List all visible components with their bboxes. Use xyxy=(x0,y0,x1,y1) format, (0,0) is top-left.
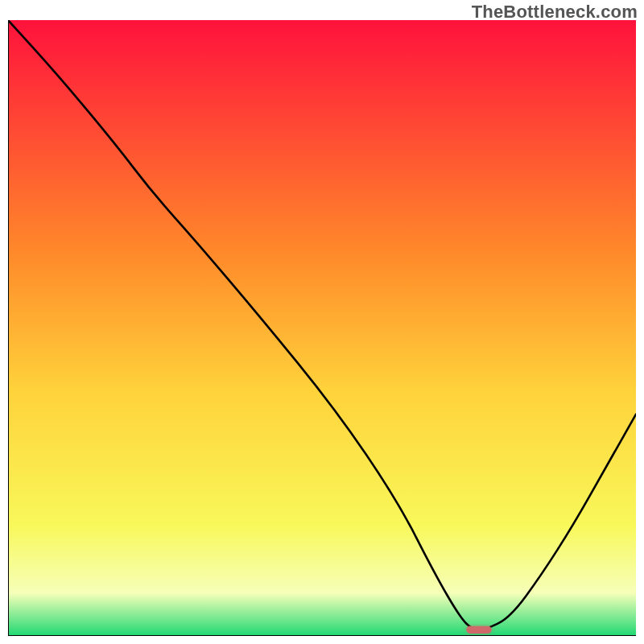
svg-rect-1 xyxy=(466,626,491,634)
watermark-label: TheBottleneck.com xyxy=(472,2,638,23)
chart-svg xyxy=(8,20,636,636)
plot-area xyxy=(8,20,636,636)
gradient-background xyxy=(8,20,636,636)
chart-container: TheBottleneck.com xyxy=(0,0,644,644)
optimal-marker xyxy=(466,626,491,634)
